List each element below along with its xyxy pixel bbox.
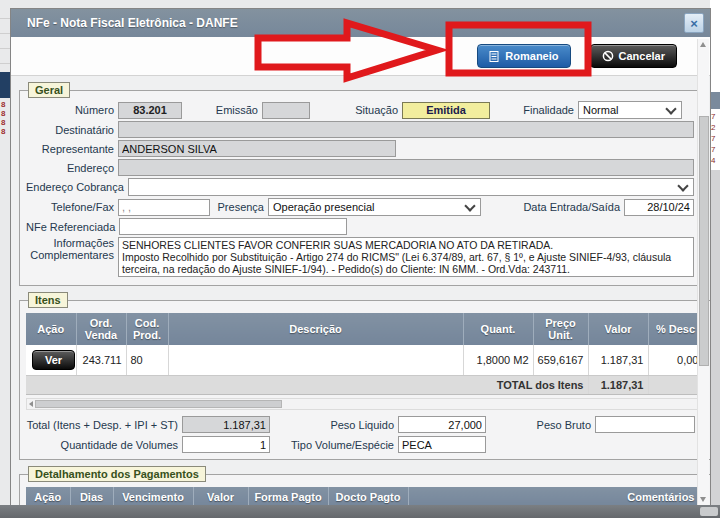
item-quant: 1,8000 M2 — [463, 345, 533, 376]
peso-bruto-field[interactable] — [595, 416, 695, 433]
itens-header-row: Ação Ord. Venda Cod. Prod. Descrição Qua… — [26, 313, 703, 345]
scroll-left-arrow-icon[interactable] — [29, 401, 33, 407]
item-descricao — [168, 345, 463, 376]
scrollbar-corner — [700, 507, 718, 516]
col-header-acao: Ação — [26, 487, 70, 507]
data-entrada-saida-field[interactable] — [624, 199, 694, 216]
telefone-fax-label: Telefone/Fax — [26, 201, 118, 213]
col-header-desc: % Desc — [648, 313, 703, 345]
itens-table: Ação Ord. Venda Cod. Prod. Descrição Qua… — [26, 313, 704, 395]
col-header-cod-prod: Cod. Prod. — [126, 313, 168, 345]
itens-total-value: 1.187,31 — [588, 376, 648, 395]
form-row: Endereço — [26, 159, 694, 176]
quantidade-volumes-label: Quantidade de Volumes — [26, 439, 182, 451]
background-row-line — [0, 33, 10, 34]
horizontal-scrollbar-thumb[interactable] — [35, 400, 282, 408]
geral-legend: Geral — [28, 82, 70, 98]
col-header-preco-unit: Preço Unit. — [533, 313, 588, 345]
col-header-descricao: Descrição — [168, 313, 463, 345]
totais-row: Quantidade de Volumes Tipo Volume/Espéci… — [26, 436, 704, 453]
telefone-fax-field[interactable] — [118, 199, 210, 216]
scroll-up-arrow-icon[interactable] — [700, 42, 706, 47]
representante-field[interactable] — [118, 140, 396, 157]
background-page-left: 8 8 8 8 — [0, 0, 10, 518]
romaneio-button[interactable]: Romaneio — [477, 44, 570, 68]
nfe-referenciada-label: NFe Referenciada — [26, 221, 119, 233]
dialog-vertical-scrollbar[interactable] — [697, 39, 709, 505]
item-preco-unit: 659,6167 — [533, 345, 588, 376]
informacoes-complementares-label: Informações Complementares — [26, 237, 118, 261]
itens-fieldset: Itens Ação Ord. Venda Cod. Prod. Descriç… — [19, 292, 711, 460]
chevron-down-icon — [464, 200, 475, 211]
background-selected-row — [0, 72, 10, 98]
background-panel — [710, 170, 720, 505]
peso-liquido-label: Peso Liquido — [270, 419, 398, 431]
geral-fieldset: Geral Número Emissão Situação Finalidade… — [19, 82, 701, 286]
form-row: Endereço Cobrança — [26, 178, 694, 196]
pagamentos-header-row: Ação Dias Vencimento Valor Forma Pagto D… — [26, 487, 703, 507]
informacoes-complementares-field[interactable]: SENHORES CLIENTES FAVOR CONFERIR SUAS ME… — [118, 237, 694, 277]
scroll-down-arrow-icon[interactable] — [700, 497, 706, 502]
cancelar-button[interactable]: Cancelar — [590, 44, 677, 68]
vertical-scrollbar-thumb[interactable] — [699, 116, 709, 366]
numero-label: Número — [26, 104, 118, 116]
tipo-volume-field[interactable] — [398, 436, 486, 453]
itens-legend: Itens — [28, 292, 68, 308]
total-itens-field[interactable] — [182, 416, 270, 433]
form-row: NFe Referenciada — [26, 218, 694, 235]
close-icon: × — [690, 16, 698, 31]
itens-total-label: TOTAL dos Itens — [26, 376, 588, 395]
cancelar-button-label: Cancelar — [619, 50, 665, 62]
col-header-quant: Quant. — [463, 313, 533, 345]
presenca-select[interactable]: Operação presencial — [268, 198, 481, 216]
emissao-field[interactable] — [262, 102, 310, 119]
numero-field[interactable] — [118, 102, 182, 119]
itens-total-row: TOTAL dos Itens 1.187,31 — [26, 376, 703, 395]
background-text-fragment: 8 — [1, 119, 5, 127]
tipo-volume-label: Tipo Volume/Espécie — [270, 439, 398, 451]
quantidade-volumes-field[interactable] — [182, 436, 270, 453]
chevron-down-icon — [677, 180, 688, 191]
background-text-fragment: 7 — [711, 135, 715, 143]
situacao-label: Situação — [310, 104, 402, 116]
col-header-vencimento: Vencimento — [113, 487, 193, 507]
item-valor: 1.187,31 — [588, 345, 648, 376]
pagamentos-fieldset: Detalhamento dos Pagamentos Ação Dias Ve… — [19, 466, 711, 509]
total-itens-label: Total (Itens + Desp. + IPI + ST) — [26, 419, 182, 431]
ver-button[interactable]: Ver — [32, 350, 75, 370]
data-entrada-saida-label: Data Entrada/Saída — [481, 201, 624, 213]
situacao-field[interactable] — [402, 102, 490, 119]
dialog-title: NFe - Nota Fiscal Eletrônica - DANFE — [27, 16, 684, 30]
form-row: Número Emissão Situação Finalidade Norma… — [26, 101, 694, 119]
itens-horizontal-scrollbar[interactable] — [26, 398, 704, 410]
form-row: Informações Complementares SENHORES CLIE… — [26, 237, 694, 277]
dialog-titlebar: NFe - Nota Fiscal Eletrônica - DANFE × — [11, 9, 710, 37]
action-bar: Romaneio Cancelar — [11, 37, 710, 76]
item-cod-prod: 80 — [126, 345, 168, 376]
close-button[interactable]: × — [684, 13, 704, 33]
peso-liquido-field[interactable] — [398, 416, 486, 433]
endereco-field[interactable] — [118, 159, 694, 176]
endereco-cobranca-select[interactable] — [128, 178, 694, 196]
background-page-right: 7 2 7 7 4 — [710, 0, 720, 518]
presenca-label: Presença — [210, 201, 268, 213]
background-row-line — [0, 63, 10, 64]
endereco-cobranca-label: Endereço Cobrança — [26, 181, 128, 193]
form-row: Representante — [26, 140, 694, 157]
representante-label: Representante — [26, 143, 118, 155]
emissao-label: Emissão — [182, 104, 262, 116]
form-row: Destinatário — [26, 121, 694, 138]
destinatario-label: Destinatário — [26, 124, 118, 136]
romaneio-list-icon — [489, 51, 500, 62]
background-bottom-scrollbar[interactable] — [0, 505, 720, 518]
background-text-fragment: 7 — [711, 113, 715, 121]
col-header-dias: Dias — [70, 487, 113, 507]
destinatario-field[interactable] — [118, 121, 694, 138]
nfe-referenciada-field[interactable] — [119, 218, 347, 235]
col-header-acao: Ação — [26, 313, 76, 345]
danfe-dialog: NFe - Nota Fiscal Eletrônica - DANFE × R… — [10, 8, 711, 509]
item-row: Ver 243.711 80 1,8000 M2 659,6167 1.187,… — [26, 345, 703, 376]
col-header-valor: Valor — [588, 313, 648, 345]
col-header-valor: Valor — [193, 487, 248, 507]
finalidade-select[interactable]: Normal — [578, 101, 682, 119]
